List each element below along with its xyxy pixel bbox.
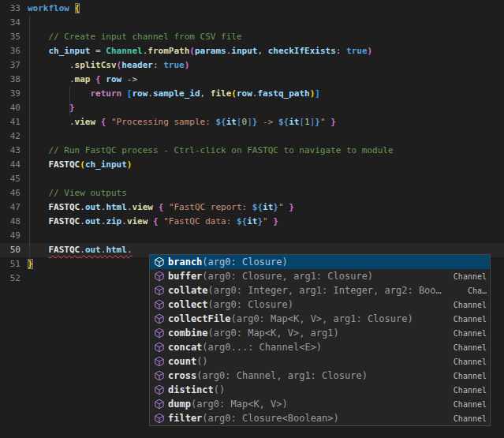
- code-token: file: [211, 88, 232, 99]
- symbol-method-icon: [154, 384, 165, 395]
- suggest-item-signature: (arg0: Map<K, V>): [191, 399, 288, 410]
- code-token: // Run FastQC process - Ctrl-click on FA…: [28, 145, 394, 155]
- code-token: // View outputs: [28, 188, 127, 198]
- symbol-method-icon: [154, 370, 165, 381]
- code-token: (: [80, 159, 85, 170]
- code-token: ": [263, 216, 268, 226]
- code-token: map: [75, 74, 91, 84]
- suggest-item[interactable]: filter(arg0: Closure<Boolean>)Channel: [150, 411, 490, 425]
- code-line[interactable]: 47 FASTQC.out.html.view { "FastQC report…: [0, 200, 504, 215]
- line-content: [21, 229, 28, 243]
- line-number: 49: [0, 229, 21, 243]
- suggest-item-signature: (arg0: Channel, arg1: Closure): [196, 370, 368, 381]
- suggest-item-label: filter: [168, 413, 202, 424]
- suggest-item-text: concat(arg0...: Channel<E>): [168, 342, 322, 353]
- line-number: 40: [0, 101, 21, 115]
- suggest-item[interactable]: combine(arg0: Map<K, V>, arg1)Channel: [150, 326, 490, 340]
- suggest-item-detail: Channel: [446, 400, 487, 409]
- suggest-item[interactable]: collectFile(arg0: Map<K, V>, arg1: Closu…: [150, 312, 490, 326]
- line-number: 37: [0, 58, 21, 73]
- code-line[interactable]: 42: [0, 129, 504, 144]
- line-number: 50: [0, 243, 21, 257]
- line-number: 34: [0, 16, 21, 30]
- suggest-item-label: cross: [168, 370, 196, 381]
- code-line[interactable]: 49: [0, 229, 504, 243]
- suggest-item-text: combine(arg0: Map<K, V>, arg1): [168, 328, 339, 339]
- code-token: it: [263, 202, 273, 212]
- suggest-item-signature: (arg0: Closure<Boolean>): [202, 413, 338, 424]
- code-token: sample_id: [153, 88, 200, 99]
- code-line[interactable]: 48 FASTQC.out.zip.view { "FastQC data: $…: [0, 215, 504, 229]
- code-line[interactable]: 34: [0, 16, 504, 30]
- line-number: 35: [0, 30, 21, 44]
- code-token: true: [163, 60, 185, 70]
- symbol-method-icon: [154, 271, 165, 282]
- suggest-item[interactable]: collect(arg0: Closure)Channel: [150, 298, 490, 312]
- code-area[interactable]: 33workflow {3435 // Create input channel…: [0, 2, 504, 286]
- code-token: ): [368, 46, 373, 56]
- code-line[interactable]: 39 return [row.sample_id, file(row.fastq…: [0, 87, 504, 101]
- suggest-item-text: buffer(arg0: Closure, arg1: Closure): [168, 271, 373, 282]
- line-content: FASTQC(ch_input): [21, 158, 132, 172]
- code-token: {: [75, 3, 80, 13]
- suggest-item[interactable]: branch(arg0: Closure): [150, 255, 490, 269]
- code-token: .: [28, 60, 75, 70]
- code-line[interactable]: 38 .map { row ->: [0, 73, 504, 87]
- line-content: .splitCsv(header: true): [21, 58, 189, 73]
- suggest-item[interactable]: buffer(arg0: Closure, arg1: Closure)Chan…: [150, 269, 490, 283]
- code-token: zip: [106, 216, 121, 226]
- suggest-item[interactable]: concat(arg0...: Channel<E>)Channel: [150, 340, 490, 354]
- suggest-item-label: combine: [168, 328, 208, 339]
- code-token: FASTQC: [49, 202, 80, 212]
- suggest-item[interactable]: dump(arg0: Map<K, V>)Channel: [150, 397, 490, 411]
- code-token: [28, 216, 49, 226]
- code-line[interactable]: 35 // Create input channel from CSV file: [0, 30, 504, 44]
- symbol-method-icon: [154, 299, 165, 310]
- code-token: ": [278, 202, 284, 212]
- code-line[interactable]: 37 .splitCsv(header: true): [0, 58, 504, 73]
- line-number: 43: [0, 144, 21, 158]
- code-token: ${: [215, 117, 226, 127]
- suggest-item-label: buffer: [168, 271, 202, 282]
- code-token: }: [28, 259, 33, 269]
- code-token: Channel: [106, 46, 142, 56]
- line-content: [21, 16, 28, 30]
- code-token: ->: [121, 74, 137, 84]
- line-content: return [row.sample_id, file(row.fastq_pa…: [21, 87, 320, 101]
- editor-window: { "editor": { "colors": { "background": …: [0, 0, 504, 438]
- code-line[interactable]: 43 // Run FastQC process - Ctrl-click on…: [0, 144, 504, 158]
- code-line[interactable]: 44 FASTQC(ch_input): [0, 158, 504, 172]
- suggest-item-text: collect(arg0: Closure): [168, 299, 293, 310]
- code-token: [28, 88, 90, 99]
- suggest-item[interactable]: count()Channel: [150, 354, 490, 369]
- code-token: view: [75, 117, 96, 127]
- suggest-item-text: branch(arg0: Closure): [168, 256, 288, 268]
- code-token: .: [80, 202, 85, 212]
- code-token: }: [273, 216, 278, 226]
- code-line[interactable]: 45: [0, 172, 504, 186]
- code-line[interactable]: 36 ch_input = Channel.fromPath(params.in…: [0, 44, 504, 58]
- code-token: .: [121, 216, 127, 226]
- code-token: .: [28, 74, 75, 84]
- code-token: checkIfExists: [268, 46, 336, 56]
- code-line[interactable]: 41 .view { "Processing sample: ${it[0]} …: [0, 115, 504, 129]
- suggest-item[interactable]: cross(arg0: Channel, arg1: Closure)Chann…: [150, 369, 490, 383]
- code-line[interactable]: 40 }: [0, 101, 504, 115]
- code-token: params: [195, 46, 226, 56]
- suggest-item-detail: Channel: [446, 343, 487, 352]
- symbol-method-icon: [154, 313, 165, 324]
- code-token: [28, 103, 69, 113]
- line-content: [21, 172, 28, 186]
- code-token: [153, 202, 159, 212]
- code-line[interactable]: 33workflow {: [0, 2, 504, 16]
- code-token: row: [237, 88, 252, 99]
- suggest-item-label: dump: [168, 399, 191, 410]
- code-line[interactable]: 46 // View outputs: [0, 186, 504, 200]
- code-token: .: [127, 245, 133, 255]
- code-token: row: [106, 74, 121, 84]
- code-token: it: [289, 117, 299, 127]
- code-token: fastq_path: [257, 88, 309, 99]
- symbol-method-icon: [154, 328, 165, 339]
- suggest-item[interactable]: distinct()Channel: [150, 383, 490, 397]
- suggest-item[interactable]: collate(arg0: Integer, arg1: Integer, ar…: [150, 283, 490, 298]
